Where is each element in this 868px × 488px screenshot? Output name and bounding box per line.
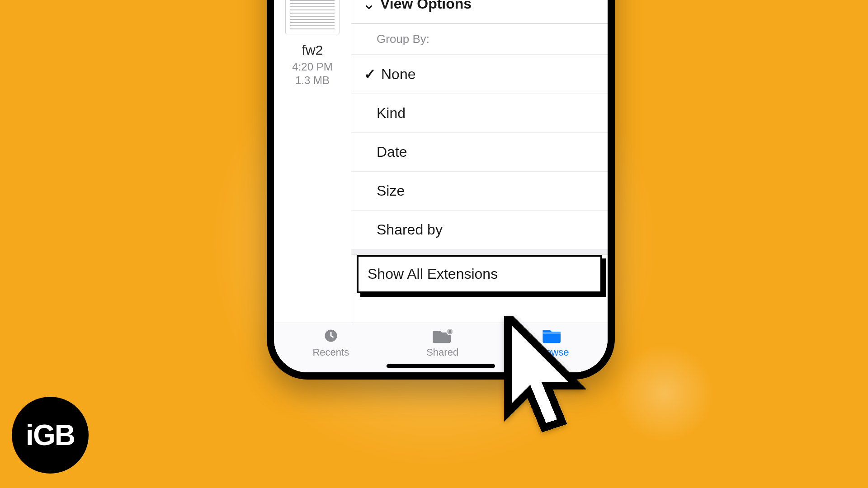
file-name: fw2 xyxy=(274,42,351,58)
file-time: 4:20 PM xyxy=(274,61,351,73)
spotlight-glow-small xyxy=(615,343,714,443)
tab-shared-label: Shared xyxy=(426,347,458,358)
group-by-none[interactable]: ✓ None xyxy=(351,55,608,94)
content-area: fw2 4:20 PM 1.3 MB View Options Group By… xyxy=(274,0,608,323)
show-all-extensions-button[interactable]: Show All Extensions xyxy=(357,255,602,293)
tab-recents-label: Recents xyxy=(312,347,349,358)
folder-icon xyxy=(542,328,562,344)
tab-recents[interactable]: Recents xyxy=(312,328,349,358)
shared-folder-icon xyxy=(433,328,453,344)
group-by-date-label: Date xyxy=(377,144,407,160)
svg-rect-3 xyxy=(542,333,562,333)
view-options-title: View Options xyxy=(380,0,472,12)
svg-point-2 xyxy=(448,330,451,332)
group-by-kind-label: Kind xyxy=(377,105,406,122)
phone-screen: fw2 4:20 PM 1.3 MB View Options Group By… xyxy=(274,0,608,372)
group-by-label: Group By: xyxy=(351,24,608,55)
file-size: 1.3 MB xyxy=(274,74,351,87)
group-by-size-label: Size xyxy=(377,183,405,199)
igb-logo: iGB xyxy=(12,397,89,474)
home-indicator[interactable] xyxy=(387,364,495,368)
checkmark-icon: ✓ xyxy=(364,66,374,83)
view-options-menu: View Options Group By: ✓ None Kind Date xyxy=(351,0,608,323)
files-app: fw2 4:20 PM 1.3 MB View Options Group By… xyxy=(274,0,608,372)
clock-icon xyxy=(321,328,341,344)
group-by-none-label: None xyxy=(381,66,416,83)
tab-shared[interactable]: Shared xyxy=(426,328,458,358)
show-all-extensions-label: Show All Extensions xyxy=(368,266,498,282)
group-by-shared-by[interactable]: Shared by xyxy=(351,211,608,249)
chevron-down-icon xyxy=(364,0,374,9)
view-options-header[interactable]: View Options xyxy=(351,0,608,24)
group-by-date[interactable]: Date xyxy=(351,133,608,172)
phone-frame: fw2 4:20 PM 1.3 MB View Options Group By… xyxy=(267,0,615,380)
file-thumbnail-icon xyxy=(285,0,340,34)
group-by-kind[interactable]: Kind xyxy=(351,94,608,133)
tab-browse-label: Browse xyxy=(536,347,569,358)
group-by-shared-by-label: Shared by xyxy=(377,221,443,238)
tab-browse[interactable]: Browse xyxy=(536,328,569,358)
menu-separator xyxy=(351,249,608,255)
igb-logo-text: iGB xyxy=(26,418,75,452)
tab-bar: Recents Shared Browse xyxy=(274,323,608,372)
file-item[interactable]: fw2 4:20 PM 1.3 MB xyxy=(274,0,351,323)
group-by-size[interactable]: Size xyxy=(351,172,608,211)
